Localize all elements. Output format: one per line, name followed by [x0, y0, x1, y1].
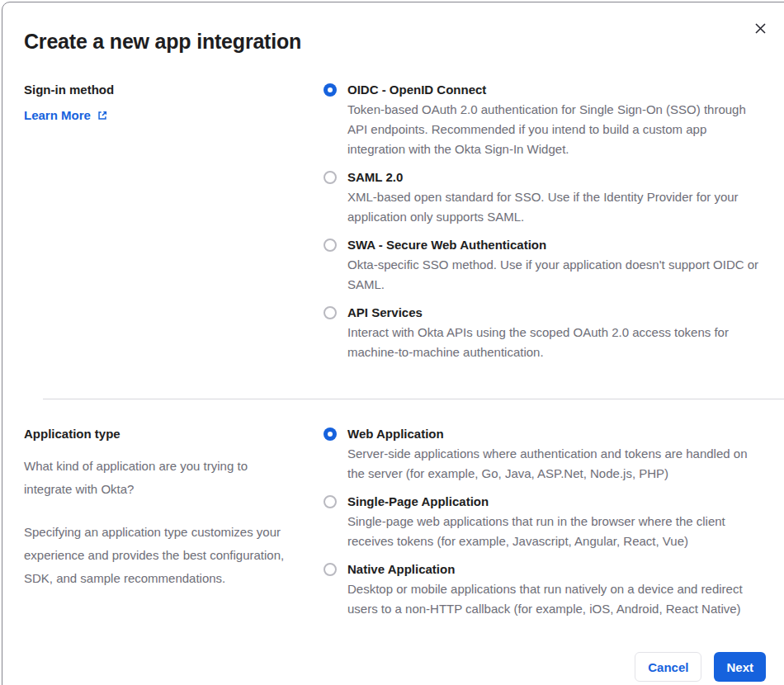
radio-web-application[interactable] — [324, 428, 337, 441]
apptype-option-web-description: Server-side applications where authentic… — [347, 444, 762, 484]
apptype-option-native-description: Desktop or mobile applications that run … — [347, 579, 762, 619]
application-type-description-2: Specifying an application type customize… — [24, 521, 290, 590]
signin-option-swa: SWA - Secure Web Authentication Okta-spe… — [324, 235, 766, 295]
signin-method-section: Sign-in method Learn More OIDC - OpenID … — [24, 80, 766, 371]
signin-option-api-services-label[interactable]: API Services — [347, 303, 762, 323]
learn-more-label: Learn More — [24, 108, 91, 122]
signin-option-saml: SAML 2.0 XML-based open standard for SSO… — [324, 168, 766, 227]
learn-more-link[interactable]: Learn More — [24, 108, 108, 122]
radio-api-services[interactable] — [324, 306, 337, 319]
dialog-title: Create a new app integration — [24, 29, 766, 54]
section-divider — [43, 399, 784, 399]
radio-swa[interactable] — [324, 239, 337, 252]
application-type-description-1: What kind of application are you trying … — [24, 455, 290, 501]
apptype-option-web: Web Application Server-side applications… — [324, 424, 766, 484]
signin-option-api-services: API Services Interact with Okta APIs usi… — [324, 303, 766, 362]
signin-method-label: Sign-in method — [24, 80, 290, 100]
create-app-integration-dialog: Create a new app integration Sign-in met… — [2, 2, 784, 685]
apptype-option-native: Native Application Desktop or mobile app… — [324, 560, 766, 619]
apptype-option-spa-label[interactable]: Single-Page Application — [347, 492, 762, 512]
external-link-icon — [97, 110, 108, 121]
signin-option-saml-label[interactable]: SAML 2.0 — [347, 168, 762, 187]
signin-option-oidc: OIDC - OpenID Connect Token-based OAuth … — [324, 80, 766, 159]
dialog-footer: Cancel Next — [24, 652, 766, 682]
radio-single-page-application[interactable] — [324, 495, 337, 508]
radio-oidc[interactable] — [324, 83, 337, 97]
apptype-option-web-label[interactable]: Web Application — [347, 424, 762, 444]
radio-saml[interactable] — [324, 171, 337, 184]
application-type-section: Application type What kind of applicatio… — [24, 424, 766, 627]
signin-option-oidc-label[interactable]: OIDC - OpenID Connect — [347, 80, 762, 100]
signin-option-saml-description: XML-based open standard for SSO. Use if … — [347, 187, 762, 227]
apptype-option-native-label[interactable]: Native Application — [347, 560, 762, 579]
signin-option-oidc-description: Token-based OAuth 2.0 authentication for… — [347, 100, 762, 159]
apptype-option-spa-description: Single-page web applications that run in… — [347, 512, 762, 551]
signin-option-swa-description: Okta-specific SSO method. Use if your ap… — [347, 255, 762, 295]
dialog-header: Create a new app integration — [24, 2, 766, 54]
apptype-option-spa: Single-Page Application Single-page web … — [324, 492, 766, 551]
cancel-button[interactable]: Cancel — [635, 652, 701, 682]
signin-option-swa-label[interactable]: SWA - Secure Web Authentication — [347, 235, 762, 255]
radio-native-application[interactable] — [324, 563, 337, 576]
application-type-label: Application type — [24, 424, 290, 444]
signin-option-api-services-description: Interact with Okta APIs using the scoped… — [347, 323, 762, 362]
next-button[interactable]: Next — [714, 652, 766, 682]
